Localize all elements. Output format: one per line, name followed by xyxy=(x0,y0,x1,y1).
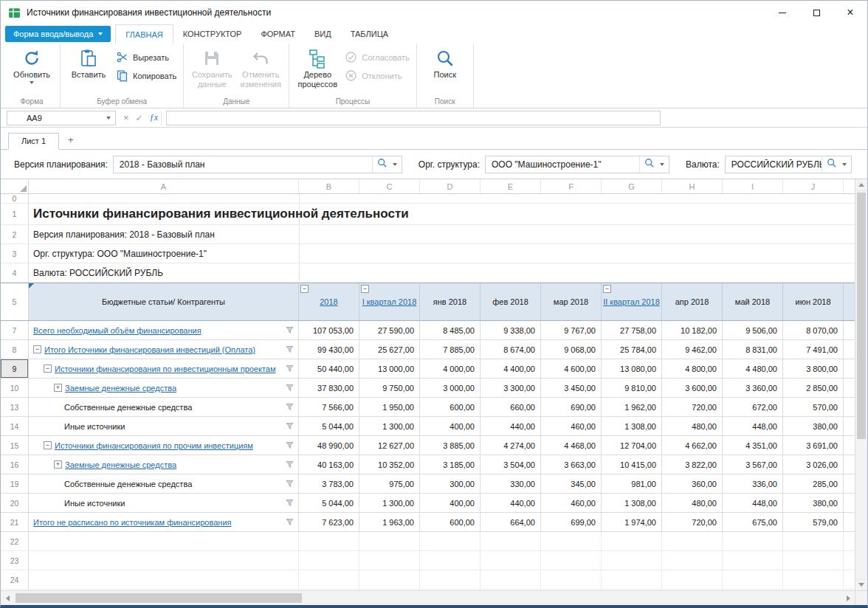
value-cell[interactable]: 10 352,00 xyxy=(359,455,420,474)
value-cell[interactable]: 720,00 xyxy=(662,513,723,531)
value-cell[interactable]: 480,00 xyxy=(662,417,723,435)
value-cell[interactable]: 2 850,00 xyxy=(783,379,844,397)
value-cell[interactable]: 37 830,00 xyxy=(299,379,359,397)
empty-label-cell[interactable] xyxy=(29,570,299,589)
filter-icon[interactable] xyxy=(286,422,294,432)
filter-icon[interactable] xyxy=(286,499,294,508)
column-header-B[interactable]: B xyxy=(299,179,359,193)
value-cell[interactable]: 3 000,00 xyxy=(420,379,480,397)
column-header-F[interactable]: F xyxy=(541,179,602,193)
value-cell[interactable]: 8 485,00 xyxy=(420,321,480,339)
value-cell[interactable]: 4 400,00 xyxy=(480,359,541,378)
empty-cell[interactable] xyxy=(480,570,541,589)
row-label-cell[interactable]: +Заемные денежные средства xyxy=(29,455,299,474)
period-header-cell[interactable]: апр 2018 xyxy=(662,283,723,320)
row-header-3[interactable]: 3 xyxy=(1,244,29,263)
value-cell[interactable]: 460,00 xyxy=(541,494,602,512)
row-header-8[interactable]: 8 xyxy=(1,340,29,359)
column-header-D[interactable]: D xyxy=(420,179,480,193)
period-header-cell[interactable]: −2018 xyxy=(299,283,359,320)
value-cell[interactable]: 3 185,00 xyxy=(420,455,480,474)
empty-cell[interactable] xyxy=(602,551,662,570)
horizontal-scrollbar[interactable] xyxy=(1,590,855,605)
empty-label-cell[interactable] xyxy=(29,551,299,570)
row-label[interactable]: Заемные денежные средства xyxy=(65,460,176,469)
collapse-icon[interactable]: − xyxy=(603,285,611,293)
file-menu-button[interactable]: Форма ввода/вывода xyxy=(5,26,111,42)
row-label[interactable]: Итого не расписано по источникам финанси… xyxy=(33,518,232,527)
value-cell[interactable]: 660,00 xyxy=(480,398,541,416)
scroll-left-arrow[interactable] xyxy=(1,595,14,601)
value-cell[interactable]: 300,00 xyxy=(420,474,480,493)
value-cell[interactable]: 10 415,00 xyxy=(602,455,662,474)
value-cell[interactable]: 99 430,00 xyxy=(299,340,359,359)
row-header-13[interactable]: 13 xyxy=(1,398,29,416)
empty-cell[interactable] xyxy=(783,551,844,570)
scroll-down-arrow[interactable] xyxy=(855,578,867,590)
value-cell[interactable]: 9 767,00 xyxy=(541,321,602,339)
value-cell[interactable]: 25 627,00 xyxy=(359,340,420,359)
row-label-cell[interactable]: Иные источники xyxy=(29,494,299,512)
value-cell[interactable]: 3 783,00 xyxy=(299,474,359,493)
column-header-C[interactable]: C xyxy=(359,179,420,193)
row-header-21[interactable]: 21 xyxy=(1,513,29,531)
value-cell[interactable]: 9 338,00 xyxy=(480,321,541,339)
value-cell[interactable]: 4 480,00 xyxy=(723,359,783,378)
value-cell[interactable]: 1 308,00 xyxy=(602,494,662,512)
paste-button[interactable]: Вставить xyxy=(64,45,113,80)
confirm-icon[interactable]: ✓ xyxy=(136,113,143,123)
row-header-20[interactable]: 20 xyxy=(1,494,29,512)
value-cell[interactable]: 13 000,00 xyxy=(359,359,420,378)
value-cell[interactable]: 7 623,00 xyxy=(299,513,359,531)
value-cell[interactable]: 1 950,00 xyxy=(359,398,420,416)
info-cell[interactable]: Орг. структура: ООО "Машиностроение-1" xyxy=(29,244,867,263)
filter-icon[interactable] xyxy=(286,384,294,393)
chevron-down-icon[interactable] xyxy=(393,163,397,166)
value-cell[interactable]: 1 974,00 xyxy=(602,513,662,531)
cancel-icon[interactable]: × xyxy=(123,112,129,123)
value-cell[interactable]: 9 506,00 xyxy=(723,321,783,339)
value-cell[interactable]: 8 831,00 xyxy=(723,340,783,359)
value-cell[interactable]: 3 360,00 xyxy=(723,379,783,397)
value-cell[interactable]: 1 962,00 xyxy=(602,398,662,416)
filter-icon[interactable] xyxy=(286,365,294,374)
value-cell[interactable]: 699,00 xyxy=(541,513,602,531)
row-header-10[interactable]: 10 xyxy=(1,379,29,397)
expand-icon[interactable]: + xyxy=(54,460,62,469)
row-header-2[interactable]: 2 xyxy=(1,225,29,243)
row-label-cell[interactable]: +Заемные денежные средства xyxy=(29,379,299,397)
value-cell[interactable]: 336,00 xyxy=(723,474,783,493)
chevron-down-icon[interactable] xyxy=(660,163,664,166)
value-cell[interactable]: 675,00 xyxy=(723,513,783,531)
period-header-cell[interactable]: мар 2018 xyxy=(541,283,602,320)
row-header-16[interactable]: 16 xyxy=(1,455,29,474)
row-header-23[interactable]: 23 xyxy=(1,551,29,570)
cell-name-box[interactable]: AA9 xyxy=(7,111,116,125)
info-cell[interactable]: Валюта: РОССИЙСКИЙ РУБЛЬ xyxy=(29,263,867,282)
value-cell[interactable]: 1 963,00 xyxy=(359,513,420,531)
add-sheet-button[interactable]: + xyxy=(59,132,83,149)
row-header-5[interactable]: 5 xyxy=(1,283,29,320)
chevron-down-icon[interactable] xyxy=(842,163,847,166)
collapse-icon[interactable]: − xyxy=(44,441,52,449)
tab-glavnaya[interactable]: ГЛАВНАЯ xyxy=(115,24,173,44)
empty-cell[interactable] xyxy=(299,570,359,589)
value-cell[interactable]: 12 627,00 xyxy=(359,436,420,455)
value-cell[interactable]: 3 663,00 xyxy=(541,455,602,474)
empty-cell[interactable] xyxy=(662,551,723,570)
value-cell[interactable]: 3 800,00 xyxy=(783,359,844,378)
empty-cell[interactable] xyxy=(541,570,602,589)
filter-icon[interactable] xyxy=(286,326,294,336)
value-cell[interactable]: 7 885,00 xyxy=(420,340,480,359)
value-cell[interactable]: 690,00 xyxy=(541,398,602,416)
value-cell[interactable]: 4 000,00 xyxy=(420,359,480,378)
row-label-cell[interactable]: Иные источники xyxy=(29,417,299,435)
empty-cell[interactable] xyxy=(359,532,420,550)
row-header-7[interactable]: 7 xyxy=(1,321,29,339)
save-data-button[interactable]: Сохранить данные xyxy=(187,45,236,89)
empty-cell[interactable] xyxy=(662,532,723,550)
empty-cell[interactable] xyxy=(480,551,541,570)
row-header-9[interactable]: 9 xyxy=(1,359,29,378)
value-cell[interactable]: 448,00 xyxy=(723,494,783,512)
value-cell[interactable]: 4 800,00 xyxy=(662,359,723,378)
